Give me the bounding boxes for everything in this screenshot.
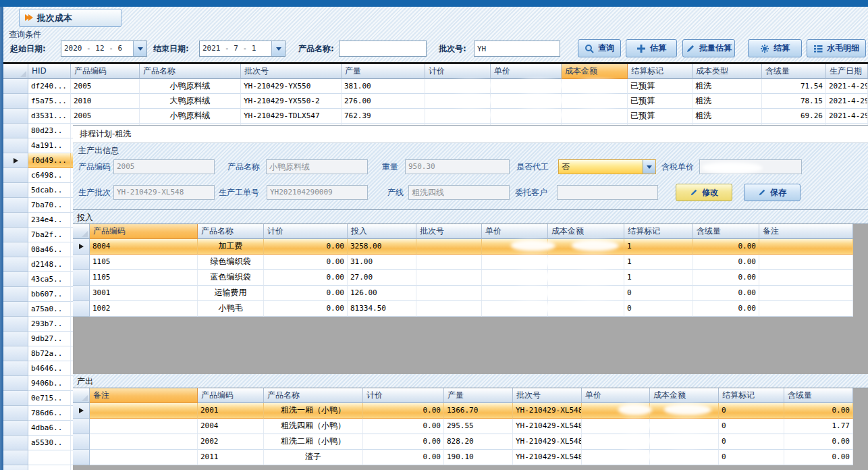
cell-qty[interactable]: 762.39 (342, 109, 425, 124)
cell-code[interactable]: 2010 (71, 94, 140, 109)
save-button[interactable]: 保存 (744, 184, 801, 201)
client-field[interactable] (557, 185, 658, 200)
cell-name[interactable]: 小鸭原料绒 (140, 109, 241, 124)
cell-note[interactable] (90, 434, 198, 450)
product-name-field[interactable]: 小鸭原料绒 (266, 159, 368, 174)
taxed-unit-price-field[interactable] (699, 159, 802, 174)
cell-hid[interactable]: 8b72a.. (28, 346, 71, 361)
cell-mark[interactable]: 0 (719, 434, 784, 450)
table-row[interactable]: 8004加工费0.003258.0010.00 (73, 239, 868, 255)
cell-down[interactable]: 0.00 (693, 270, 759, 286)
cell-price[interactable] (582, 419, 650, 434)
cell-mark[interactable]: 1 (624, 270, 693, 286)
cell-name[interactable]: 粗洗四厢（小鸭） (264, 419, 363, 434)
weight-field[interactable]: 950.30 (405, 159, 510, 174)
cell-input[interactable]: 31.00 (348, 255, 416, 270)
row-selector[interactable] (3, 94, 28, 109)
cell-hid[interactable]: 80d23.. (28, 124, 71, 138)
cell-input[interactable]: 3258.00 (348, 239, 416, 255)
cell-qty[interactable]: 190.10 (444, 450, 513, 465)
column-header-mark[interactable]: 结算标记 (628, 64, 693, 79)
cell-hid[interactable]: 5dcab.. (28, 183, 71, 198)
cell-name[interactable]: 大鸭原料绒 (140, 94, 241, 109)
cell-hid[interactable]: a75a0.. (28, 302, 71, 317)
column-header-batch[interactable]: 批次号 (513, 388, 582, 403)
cell-mark[interactable]: 已预算 (628, 109, 693, 124)
cell-down[interactable]: 0.00 (693, 301, 759, 317)
row-selector[interactable] (3, 287, 28, 302)
row-selector[interactable] (3, 332, 28, 346)
table-row[interactable]: 1002小鸭毛0.0081334.5000.00 (73, 301, 868, 317)
cell-note[interactable] (90, 419, 198, 434)
column-header-name[interactable]: 产品名称 (198, 224, 264, 239)
row-selector[interactable] (3, 317, 28, 332)
cell-hid[interactable]: df240... (28, 79, 71, 94)
table-row[interactable]: 1105蓝色编织袋0.0027.0010.00 (73, 270, 868, 286)
row-selector[interactable] (3, 436, 28, 450)
cell-input[interactable]: 27.00 (348, 270, 416, 286)
column-header-input[interactable]: 投入 (348, 224, 416, 239)
cell-name[interactable]: 绿色编织袋 (198, 255, 264, 270)
cell-mark[interactable]: 0 (719, 419, 784, 434)
row-selector[interactable] (3, 168, 28, 183)
cell-price[interactable] (582, 403, 650, 419)
cell-qty[interactable]: 276.00 (342, 94, 425, 109)
cell-mark[interactable]: 1 (624, 239, 693, 255)
row-selector[interactable] (73, 255, 90, 270)
column-header-cost[interactable]: 成本金额 (562, 64, 628, 79)
cell-cost[interactable] (548, 286, 624, 301)
column-header-qty[interactable]: 产量 (342, 64, 425, 79)
cell-price[interactable] (482, 239, 548, 255)
row-selector[interactable] (3, 228, 28, 242)
cell-qty[interactable]: 828.20 (444, 434, 513, 450)
cell-price[interactable] (491, 109, 562, 124)
start-date-picker[interactable]: 2020 - 12 - 6 (61, 41, 147, 57)
cell-hid[interactable]: b4646.. (28, 361, 71, 376)
row-selector[interactable] (3, 79, 28, 94)
cell-cost[interactable] (548, 255, 624, 270)
cell-hid[interactable] (28, 450, 71, 465)
row-selector[interactable] (3, 361, 28, 376)
batch-no-input[interactable] (474, 41, 560, 57)
production-batch-field[interactable]: YH-210429-XL548 (113, 185, 215, 200)
cell-mark[interactable]: 1 (624, 255, 693, 270)
row-selector[interactable] (73, 434, 90, 450)
row-selector[interactable] (73, 403, 90, 419)
product-name-input[interactable] (339, 41, 427, 57)
row-selector[interactable] (73, 239, 90, 255)
batch-estimate-button[interactable]: 批量估算 (682, 39, 735, 57)
production-line-field[interactable]: 粗洗四线 (408, 185, 510, 200)
cell-note[interactable] (759, 286, 853, 301)
column-header-mark[interactable]: 结算标记 (719, 388, 784, 403)
cell-code[interactable]: 2004 (198, 419, 264, 434)
select-all-corner[interactable] (3, 64, 28, 79)
table-row[interactable]: f5a75...2010大鸭原料绒YH-210429-YX550-2276.00… (3, 94, 868, 109)
column-header-batch[interactable]: 批次号 (416, 224, 482, 239)
column-header-ctype[interactable]: 成本类型 (693, 64, 762, 79)
cell-ctype[interactable]: 粗洗 (693, 79, 762, 94)
cell-code[interactable]: 1105 (90, 255, 198, 270)
work-order-no-field[interactable]: YH202104290009 (267, 185, 368, 200)
cell-price[interactable] (582, 450, 650, 465)
cell-down[interactable]: 0.00 (784, 434, 853, 450)
column-header-down[interactable]: 含绒量 (762, 64, 826, 79)
cell-batch[interactable] (416, 255, 482, 270)
cell-mark[interactable]: 0 (719, 403, 784, 419)
cell-code[interactable]: 1002 (90, 301, 198, 317)
row-selector[interactable] (3, 183, 28, 198)
cell-cost[interactable] (548, 239, 624, 255)
estimate-button[interactable]: 估算 (626, 39, 677, 57)
cell-calc[interactable] (425, 79, 491, 94)
cell-hid[interactable]: 7ba70.. (28, 198, 71, 213)
cell-calc[interactable]: 0.00 (264, 255, 348, 270)
cell-mark[interactable]: 0 (624, 286, 693, 301)
cell-down[interactable]: 78.15 (762, 94, 826, 109)
table-row[interactable]: d3531...2005小鸭原料绒YH-210429-TDLX547762.39… (3, 109, 868, 124)
cell-input[interactable]: 81334.50 (348, 301, 416, 317)
column-header-batch[interactable]: 批次号 (241, 64, 342, 79)
cell-cost[interactable] (562, 79, 628, 94)
modify-button[interactable]: 修改 (676, 184, 732, 201)
cell-down[interactable]: 0.00 (693, 286, 759, 301)
cell-hid[interactable]: 9db27.. (28, 332, 71, 346)
column-header-note[interactable]: 备注 (90, 388, 198, 403)
